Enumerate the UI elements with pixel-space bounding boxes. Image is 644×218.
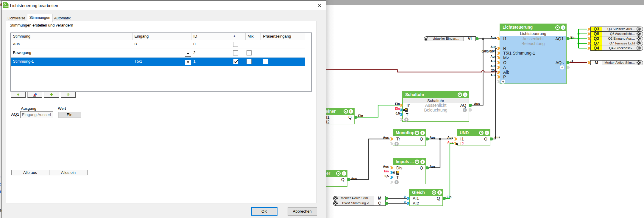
svg-text:CONFIG: CONFIG	[4, 6, 9, 7]
